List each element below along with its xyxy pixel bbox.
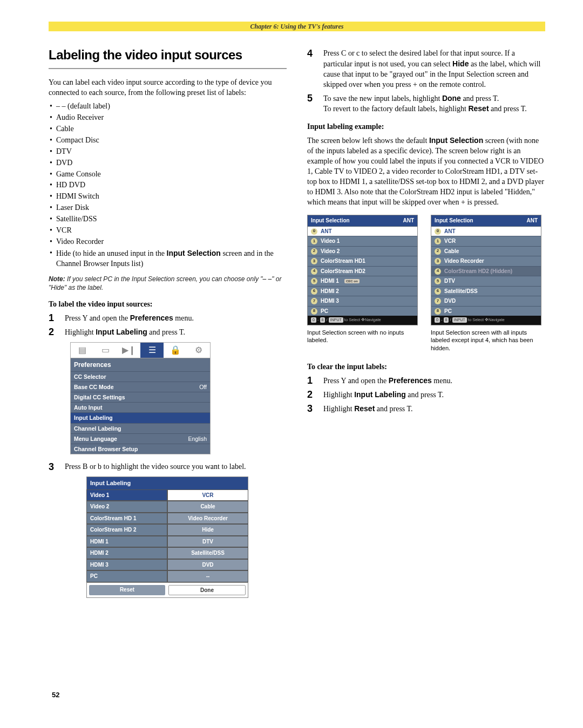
tv-icon: ▭ <box>94 343 117 358</box>
step-number: 5 <box>307 93 316 115</box>
page-number: 52 <box>52 691 59 699</box>
preferences-body: Preferences CC Selector Base CC ModeOff … <box>71 358 210 454</box>
lab-button-row: Reset Done <box>86 582 248 598</box>
list-item: – – (default label) <box>49 101 287 112</box>
sel-item: 8PC <box>431 306 541 316</box>
input-labeling-title: Input Labeling <box>86 477 248 489</box>
step-text: Highlight Input Labeling and press T. <box>65 327 185 338</box>
list-item: HDMI Switch <box>49 192 287 202</box>
step-4: 4 Press C or c to select the desired lab… <box>307 49 545 90</box>
tab-icon: ▤ <box>71 343 94 358</box>
sel-item: 4ColorStream HD2 <box>308 266 417 276</box>
input-selection-card-default: Input SelectionANT 0ANT 1Video 1 2Video … <box>307 215 418 325</box>
step-text: Highlight Reset and press T. <box>323 404 413 414</box>
reset-button: Reset <box>89 585 165 596</box>
sel-item: 8PC <box>308 306 417 316</box>
step-number: 1 <box>49 313 57 324</box>
lab-row: HDMI 2Satellite/DSS <box>86 547 248 559</box>
sel-item: 6HDMI 2 <box>308 286 417 296</box>
caption-right: Input Selection screen with all inputs l… <box>431 329 541 353</box>
pref-row: Menu LanguageEnglish <box>71 433 210 444</box>
pref-row: Auto Input <box>71 402 210 412</box>
clear-step-2: 2 Highlight Input Labeling and press T. <box>307 390 545 400</box>
sel-item: 3ColorStream HD1 <box>308 256 417 266</box>
note-paragraph: Note: If you select PC in the Input Sele… <box>49 275 287 292</box>
list-item: VCR <box>49 226 287 236</box>
step-text: Press B or b to highlight the video sour… <box>65 462 246 472</box>
list-item-hide: Hide (to hide an unused input in the Inp… <box>49 248 287 269</box>
pref-row: Channel Browser Setup <box>71 444 210 454</box>
step-number: 2 <box>307 390 316 400</box>
sel-item: 5HDMI 1CEC on <box>308 276 417 286</box>
steps-right: 4 Press C or c to select the desired lab… <box>307 49 545 114</box>
list-item: Game Console <box>49 169 287 180</box>
example-paragraph: The screen below left shows the default … <box>307 135 545 207</box>
steps-list: 1 Press Y and open the Preferences menu.… <box>49 313 287 338</box>
step-text: To save the new input labels, highlight … <box>323 93 527 115</box>
sel-item: 2Video 2 <box>308 246 417 256</box>
left-column: Labeling the video input sources You can… <box>49 46 287 598</box>
sel-item: 6Satellite/DSS <box>431 286 541 296</box>
clear-step-1: 1 Press Y and open the Preferences menu. <box>307 376 545 386</box>
sel-item: 1Video 1 <box>308 236 417 246</box>
preferences-menu-screenshot: ▤ ▭ ▶❙ ☰ 🔒 ⚙ Preferences CC Selector Bas… <box>70 342 211 455</box>
step-text: Press C or c to select the desired label… <box>323 49 545 90</box>
preferences-title: Preferences <box>71 358 210 371</box>
lab-row: HDMI 1DTV <box>86 536 248 548</box>
sel-item: 7HDMI 3 <box>308 296 417 306</box>
step-text: Highlight Input Labeling and press T. <box>323 390 444 400</box>
icon-tab-row: ▤ ▭ ▶❙ ☰ 🔒 ⚙ <box>71 343 210 358</box>
list-item: DVD <box>49 158 287 168</box>
card-footer: 0 - 8 / INPUT to Select ✥Navigate <box>431 316 541 324</box>
lab-row: HDMI 3DVD <box>86 559 248 571</box>
step-text: Press Y and open the Preferences menu. <box>323 376 452 386</box>
clear-step-3: 3 Highlight Reset and press T. <box>307 404 545 414</box>
pref-row: Base CC ModeOff <box>71 382 210 392</box>
steps-list-cont: 3 Press B or b to highlight the video so… <box>49 462 287 472</box>
gear-icon: ⚙ <box>187 343 210 358</box>
caption-row: Input Selection screen with no inputs la… <box>307 329 545 353</box>
selection-cards-row: Input SelectionANT 0ANT 1Video 1 2Video … <box>307 215 545 325</box>
step-1: 1 Press Y and open the Preferences menu. <box>49 313 287 324</box>
sel-item: 7DVD <box>431 296 541 306</box>
lab-row: ColorStream HD 1Video Recorder <box>86 513 248 525</box>
step-number: 3 <box>307 404 316 414</box>
step-number: 4 <box>307 49 316 90</box>
list-item: DTV <box>49 147 287 157</box>
lab-row: Video 1VCR <box>86 489 248 501</box>
card-footer: 0 - 8 / INPUT to Select ✥Navigate <box>308 316 417 324</box>
lab-row: ColorStream HD 2Hide <box>86 524 248 536</box>
chapter-banner: Chapter 6: Using the TV's features <box>49 22 545 31</box>
two-column-layout: Labeling the video input sources You can… <box>49 46 545 598</box>
step-number: 2 <box>49 327 57 338</box>
step-3: 3 Press B or b to highlight the video so… <box>49 462 287 472</box>
step-number: 3 <box>49 462 57 472</box>
pref-row-highlight: Input Labeling <box>71 412 210 423</box>
sel-item: 3Video Recorder <box>431 256 541 266</box>
lab-row: Video 2Cable <box>86 501 248 513</box>
clear-steps: 1 Press Y and open the Preferences menu.… <box>307 376 545 414</box>
page: Chapter 6: Using the TV's features Label… <box>0 0 583 614</box>
section-title: Labeling the video input sources <box>49 46 287 64</box>
section-title-box: Labeling the video input sources <box>49 46 287 69</box>
step-5: 5 To save the new input labels, highligh… <box>307 93 545 115</box>
step-text: Press Y and open the Preferences menu. <box>65 313 194 324</box>
play-icon: ▶❙ <box>117 343 140 358</box>
list-item: Audio Receiver <box>49 113 287 123</box>
sel-item: 0ANT <box>308 226 417 236</box>
example-heading: Input labeling example: <box>307 122 545 132</box>
sel-item: 5DTV <box>431 276 541 286</box>
sel-item: 0ANT <box>431 226 541 236</box>
pref-row: Digital CC Settings <box>71 392 210 402</box>
list-item: Cable <box>49 124 287 134</box>
pref-row: Channel Labeling <box>71 423 210 433</box>
sel-item: 1VCR <box>431 236 541 246</box>
sliders-icon: ☰ <box>140 343 164 358</box>
step-2: 2 Highlight Input Labeling and press T. <box>49 327 287 338</box>
step-number: 1 <box>307 376 316 386</box>
list-item: Video Recorder <box>49 237 287 247</box>
done-button: Done <box>168 585 246 596</box>
clear-heading: To clear the input labels: <box>307 362 545 372</box>
list-item: Compact Disc <box>49 135 287 146</box>
right-column: 4 Press C or c to select the desired lab… <box>307 46 545 598</box>
